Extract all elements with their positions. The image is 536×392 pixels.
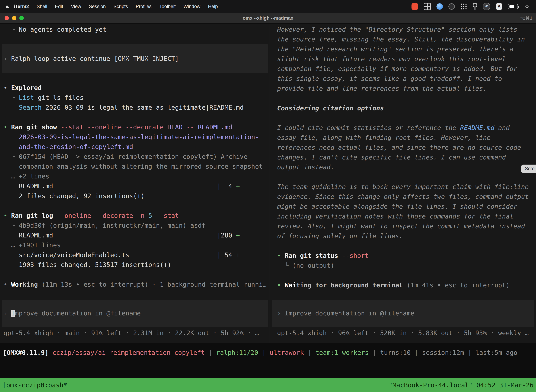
text-segment: cczip/essay/ai-reimplementation-copyleft xyxy=(48,349,205,356)
text-segment: › xyxy=(277,310,285,317)
waiting-status: • Waiting for background terminal (1m 41… xyxy=(270,280,536,290)
text-segment: ralph:11/20 xyxy=(216,349,258,356)
text-segment: └ xyxy=(4,153,19,160)
text-segment: • xyxy=(277,281,285,289)
menu-item-iterm2[interactable]: iTerm2 xyxy=(12,4,33,9)
text-segment: git status xyxy=(300,252,338,259)
zoom-button[interactable] xyxy=(19,16,24,20)
text-segment: ultrawork xyxy=(270,349,304,356)
terminal-line xyxy=(270,241,536,251)
menu-item-edit[interactable]: Edit xyxy=(51,4,67,9)
text-segment: essay file, along with finding root file… xyxy=(277,134,491,141)
menu-item-scripts[interactable]: Scripts xyxy=(110,4,132,9)
text-segment: README.md xyxy=(194,123,232,131)
text-segment: Improve documentation in @filename xyxy=(285,310,414,317)
battery-icon[interactable] xyxy=(508,4,518,9)
terminal-line: evidence. Since this change only affects… xyxy=(270,192,536,202)
minimize-button[interactable] xyxy=(12,16,16,20)
screen-share-chip[interactable]: Scre xyxy=(521,165,536,173)
text-segment: --stat --oneline --decorate xyxy=(57,123,163,131)
working-status: • Working (11m 13s • esc to interrupt) ·… xyxy=(0,280,270,289)
text-segment: 2026-03-09-is-legal-the-same-as-legitima… xyxy=(42,104,244,111)
tmux-session-label: [omx-cczip0:bash* xyxy=(2,382,67,389)
wifi-icon[interactable] xyxy=(524,3,530,10)
text-segment: --stat xyxy=(152,212,179,219)
pane-left-transcript: • Explored └ List git ls-files Search 20… xyxy=(0,83,270,289)
prompt-input-right[interactable]: › Improve documentation in @filename xyxy=(272,300,534,327)
reasoning-heading: Considering citation options xyxy=(270,103,536,113)
text-segment: | xyxy=(304,349,315,356)
terminal-line: slight risk that future readers may over… xyxy=(270,54,536,64)
text-segment: └ xyxy=(4,94,19,101)
key-icon[interactable] xyxy=(473,3,477,10)
terminal-line xyxy=(0,34,270,44)
command-line: • Ran git show --stat --oneline --decora… xyxy=(0,122,270,132)
menu-item-view[interactable]: View xyxy=(67,4,85,9)
terminal-line: └ 4b9d30f (origin/main, instructkr/main,… xyxy=(0,221,270,230)
menu-item-profiles[interactable]: Profiles xyxy=(132,4,155,9)
text-segment: | xyxy=(258,349,270,356)
menu-item-help[interactable]: Help xyxy=(204,4,222,9)
text-segment: king xyxy=(23,281,38,288)
dots-grid-icon[interactable] xyxy=(460,3,467,10)
terminal-line: 1903 files changed, 513517 insertions(+) xyxy=(0,260,270,270)
text-segment: Ran xyxy=(11,123,23,131)
keyboard-layout-icon[interactable]: A xyxy=(496,3,502,10)
pane-right-transcript: However, I noticed the "Directory Struct… xyxy=(270,25,536,290)
text-segment: Search xyxy=(19,104,42,111)
explored-header: • Explored xyxy=(0,83,270,93)
close-button[interactable] xyxy=(5,16,9,20)
terminal-line xyxy=(0,270,270,280)
terminal-line: README.md |280 + xyxy=(0,230,270,240)
pane-right: However, I noticed the "Directory Struct… xyxy=(270,23,536,343)
text-segment: -- xyxy=(183,123,194,131)
pane-left: └ No agents completed yet › Ralph loop a… xyxy=(0,23,270,343)
menubar: iTerm2 ShellEditViewSessionScriptsProfil… xyxy=(0,0,536,13)
menu-item-toolbelt[interactable]: Toolbelt xyxy=(155,4,180,9)
text-segment: However, I noticed the "Directory Struct… xyxy=(277,26,517,33)
menu-item-session[interactable]: Session xyxy=(85,4,110,9)
text-segment: gpt-5.4 xhigh · main · 91% left · 2.31M … xyxy=(4,329,259,336)
text-segment: README.md xyxy=(4,182,53,190)
screen-recording-indicator-icon[interactable] xyxy=(412,3,418,10)
terminal-line: output instead. xyxy=(270,162,536,172)
terminal-line: Search 2026-03-09-is-legal-the-same-as-l… xyxy=(0,103,270,112)
text-segment: Explored xyxy=(11,84,42,91)
menu-item-window[interactable]: Window xyxy=(180,4,204,9)
apple-icon[interactable] xyxy=(5,4,10,9)
text-segment: • xyxy=(4,212,11,219)
window-manager-icon[interactable] xyxy=(424,3,431,10)
text-segment: • xyxy=(4,123,11,131)
battery-level-badge[interactable]: .61 xyxy=(483,3,490,10)
text-segment: + xyxy=(236,251,240,258)
text-segment: … +1901 lines xyxy=(4,242,61,249)
text-segment: --short xyxy=(338,252,368,259)
terminal-line: changes, I can’t cite specific file line… xyxy=(270,152,536,162)
text-segment: • xyxy=(277,252,285,259)
terminal-line: README.md | 4 + xyxy=(0,181,270,191)
command-line: • Ran git status --short xyxy=(270,251,536,261)
inject-banner: › Ralph loop active continue [OMX_TMUX_I… xyxy=(2,44,268,73)
dark-circle-icon[interactable] xyxy=(448,3,455,10)
terminal-line: review. Also, I might want to inspect th… xyxy=(270,221,536,231)
pane-left-statusline: gpt-5.4 xhigh · main · 91% left · 2.31M … xyxy=(0,328,270,338)
text-segment: team:1 workers xyxy=(315,349,368,356)
terminal-line xyxy=(0,112,270,122)
prompt-input-left[interactable]: › Improve documentation in @filename xyxy=(2,300,268,327)
droplet-icon[interactable] xyxy=(436,3,443,10)
menu-item-shell[interactable]: Shell xyxy=(33,4,51,9)
terminal-line xyxy=(270,113,536,123)
model-status: gpt-5.4 xhigh · 96% left · 520K in · 5.8… xyxy=(270,328,536,338)
text-segment: output instead. xyxy=(277,163,334,171)
text-segment: Considering citation options xyxy=(277,104,384,112)
text-segment xyxy=(53,182,217,190)
prompt-text: › Improve documentation in @filename xyxy=(2,308,268,318)
terminal: └ No agents completed yet › Ralph loop a… xyxy=(0,23,536,343)
text-segment: | xyxy=(217,251,221,258)
terminal-line xyxy=(270,271,536,280)
omx-status-bar: [OMX#0.11.9] cczip/essay/ai-reimplementa… xyxy=(0,343,536,378)
text-segment xyxy=(53,232,217,239)
tmux-host-time-label: "MacBook-Pro-44.local" 04:52 31-Mar-26 xyxy=(389,382,534,389)
text-segment: 2026-03-09-is-legal-the-same-as-legitima… xyxy=(4,133,259,140)
text-segment: Ran xyxy=(285,252,296,259)
